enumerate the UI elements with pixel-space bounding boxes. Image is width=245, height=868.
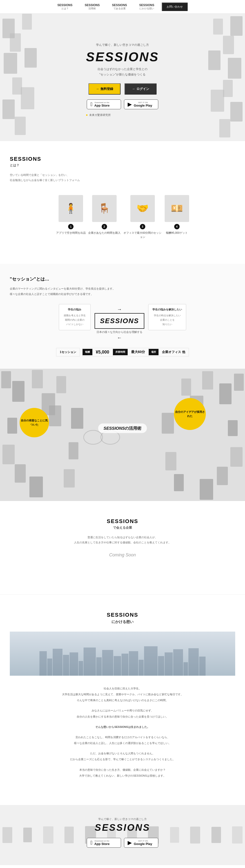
diagram-arrows: → SESSIONS 日本の様々な方向から社会を理解する ← [95, 304, 144, 341]
stat-place: 場所 企業オフィス 他 [149, 348, 189, 356]
story-para-2: みなさんにはホームバリューや周りの目気にせず、 自分の人生を豊かにする本当の意味… [52, 708, 193, 719]
lab-icon: ■ [86, 114, 88, 116]
step-1: 🧍 1 アプリで空き時間を出品 [56, 195, 86, 239]
google-play-button[interactable]: ▶ GET IT ON Google Play [124, 99, 158, 109]
person-silhouette [4, 53, 17, 74]
session-quote-title: "セッション"とは… [10, 276, 235, 282]
activities-label: SESSIONSの活用術 [98, 423, 147, 433]
diagram-left-lines: 就職を考えると学生期間の内に企業のバイトしかない [63, 313, 87, 327]
activities-bubble-1: 自分の得意なことに気 ついた [20, 408, 49, 437]
footer-hero-tagline: 学んで稼ぐ、新しい空きコマの過ごし方 [5, 817, 240, 821]
nav-item-usage[interactable]: SESSIONS 活用術 [85, 3, 100, 10]
person-silhouette [228, 58, 241, 79]
step-4-label: 報酬¥5,000ゲット [165, 231, 189, 235]
person-silhouette [230, 16, 243, 36]
what-desc: 空いている時間で企業と「セッション」を行い、 社会勉強しながらお金を稼ぐ全く新し… [10, 173, 235, 183]
companies-title: SESSIONS [10, 518, 235, 525]
contact-button[interactable]: お問い合わせ [162, 2, 188, 11]
hero-tagline: 学んで稼ぐ、新しい空きコマの過ごし方 [86, 43, 159, 47]
activities-bubble-2: 自分のアイデアが採用された [174, 398, 206, 430]
what-title: SESSIONS [10, 156, 235, 162]
app-store-button[interactable]:  Download on the App Store [87, 99, 121, 109]
footer-hero-title: SESSIONS [5, 823, 240, 833]
step-3-label: オフィスで最大60分間のセッション [123, 231, 162, 239]
store-buttons:  Download on the App Store ▶ GET IT ON … [86, 99, 159, 109]
activities-center: SESSIONSの活用術 [98, 423, 147, 433]
apple-icon:  [90, 101, 92, 107]
signup-button[interactable]: 無料登録 [88, 83, 121, 95]
hero-section: 学んで稼ぐ、新しい空きコマの過ごし方 SESSIONS 出会うはずのなかった企業… [0, 14, 245, 141]
person-silhouette [2, 19, 15, 38]
person-silhouette [223, 36, 234, 54]
step-2-num: 2 [102, 224, 107, 229]
step-2-label: 企業があなたの時間を購入 [88, 231, 121, 235]
person-silhouette [213, 19, 223, 35]
person-silhouette [211, 90, 224, 112]
session-explain-section: "セッション"とは… 企業のマーケティングに関わるインタビューを最大60分受け、… [0, 264, 245, 369]
session-diagram: 学生の悩み 就職を考えると学生期間の内に企業のバイトしかない → SESSION… [10, 304, 235, 341]
footer-google-play-button[interactable]: ▶ GET IT ON Google Play [124, 838, 158, 848]
footer-store-buttons:  Download on the App Store ▶ GET IT ON … [5, 838, 240, 848]
nav-item-companies[interactable]: SESSIONS である企業 [112, 3, 127, 10]
companies-desc: 普通に生活をしていたら知るはずもない企業の社会人が、 人生の先輩として生き方や仕… [10, 535, 235, 545]
person-silhouette [219, 119, 230, 137]
coming-soon-text: Coming Soon [10, 553, 235, 558]
hero-subtitle: 出会うはずのなかった企業と学生との "セッション"が新たな価値をつくる [86, 67, 159, 77]
person-silhouette [223, 80, 233, 97]
nav-item-story[interactable]: SESSIONS にかける想い [139, 3, 154, 10]
story-para-3: そんな想いからSESSIONSは生まれました。 [52, 724, 193, 730]
nav-item-what[interactable]: SESSIONS とは？ [57, 3, 72, 10]
hero-lab: ■ 未来ガ驚喜研究所 [86, 113, 159, 117]
login-button[interactable]: ログイン [124, 83, 157, 95]
session-desc: 企業のマーケティングに関わるインタビューを最大60分受け、学生視点を提供します。… [10, 286, 235, 297]
footer-app-store-label: Download on the [94, 840, 110, 842]
step-4-figure: 💴 [165, 195, 189, 222]
step-2: 🪑 2 企業があなたの時間を購入 [88, 195, 121, 239]
person-silhouette [25, 48, 37, 68]
person-silhouette [10, 33, 21, 52]
person-silhouette [22, 14, 32, 30]
person-silhouette [12, 78, 22, 95]
step-3-num: 3 [140, 224, 145, 229]
footer-app-store-button[interactable]:  Download on the App Store [87, 838, 121, 848]
story-sub: にかける想い [10, 620, 235, 624]
stat-time: 所要時間 最大60分 [113, 348, 149, 356]
footer-google-play-label: GET IT ON [134, 840, 152, 842]
diagram-center-brand: SESSIONS [95, 313, 144, 329]
what-section: SESSIONS とは？ 空いている時間で企業と「セッション」を行い、 社会勉強… [0, 141, 245, 264]
person-silhouette [230, 102, 243, 122]
step-2-figure: 🪑 [92, 195, 117, 222]
footer-hero-content: 学んで稼ぐ、新しい空きコマの過ごし方 SESSIONS  Download o… [5, 817, 240, 848]
footer-google-play-name: Google Play [134, 842, 152, 846]
person-silhouette [2, 99, 15, 119]
google-play-label: GET IT ON [134, 101, 152, 104]
diagram-left: 学生の悩み 就職を考えると学生期間の内に企業のバイトしかない [59, 304, 91, 330]
person-silhouette [208, 51, 220, 70]
step-3-figure: 🤝 [130, 195, 155, 222]
hero-buttons: 無料登録 ログイン [86, 83, 159, 95]
story-section: SESSIONS にかける想い 社会人を目前に控えた大学生。 [0, 594, 245, 805]
city-background [10, 631, 235, 676]
companies-sub: で会える企業 [10, 526, 235, 530]
app-store-label: Download on the [94, 101, 110, 104]
footer-app-store-name: App Store [94, 842, 110, 846]
what-sub: とは？ [10, 163, 235, 167]
story-para-6: 本当の意味で自分に合った生き方、価値観、企業に出会えていますか？ 大学で決して教… [52, 767, 193, 779]
app-store-name: App Store [94, 104, 110, 107]
person-silhouette [21, 87, 34, 109]
diagram-right: 学生の悩みを解決したい 学生の時点を解決したい企業のことを知りたい [148, 304, 186, 330]
step-4-num: 4 [174, 224, 180, 229]
step-1-num: 1 [68, 224, 73, 229]
diagram-right-lines: 学生の時点を解決したい企業のことを知りたい [152, 313, 182, 327]
activities-section: SESSIONSの活用術 自分の得意なことに気 ついた 自分のアイデアが採用され… [0, 369, 245, 501]
footer-google-play-icon: ▶ [128, 840, 132, 846]
story-para-5: ただ、お金を稼げないとそんな人間もつくれません。 だから企業ニーズにも応える形で… [52, 750, 193, 762]
story-para-4: 言われたことをこなし、時間を消費するだけのアルバイトをするくらいなら、 様々な企… [52, 734, 193, 746]
steps-figures-row: 🧍 1 アプリで空き時間を出品 🪑 2 企業があなたの時間を購入 🤝 3 オフィ… [10, 190, 235, 244]
person-silhouette [15, 117, 26, 135]
step-1-figure: 🧍 [59, 195, 83, 222]
story-title: SESSIONS [10, 612, 235, 618]
step-4: 💴 4 報酬¥5,000ゲット [165, 195, 189, 239]
stat-reward: 報酬 ¥5,000 [82, 348, 113, 356]
footer-hero-section: 学んで稼ぐ、新しい空きコマの過ごし方 SESSIONS  Download o… [0, 805, 245, 865]
